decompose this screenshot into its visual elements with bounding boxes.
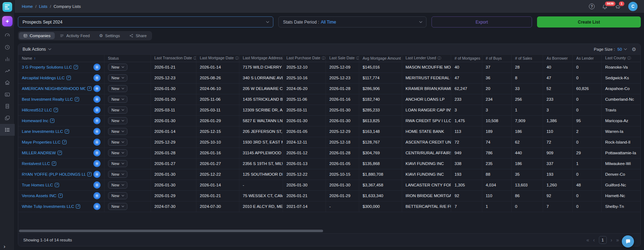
status-dropdown[interactable]: New	[108, 64, 127, 71]
sidebar-item-dashboard[interactable]	[0, 30, 15, 41]
column-header-last-county[interactable]: Last Countyⓘ	[601, 55, 640, 62]
sidebar-item-portfolios[interactable]	[0, 112, 15, 124]
info-icon[interactable]: ⓘ	[627, 56, 631, 60]
company-name-link[interactable]: Hillcrest512 LLC	[22, 108, 52, 112]
info-icon[interactable]: ⓘ	[438, 56, 441, 60]
breadcrumb-home-link[interactable]: Home	[22, 4, 33, 9]
export-button[interactable]: Export	[431, 16, 532, 28]
scrollbar-thumb[interactable]	[19, 230, 323, 232]
breadcrumb-lists-link[interactable]: Lists	[39, 4, 48, 9]
company-name-link[interactable]: MILLER ANDREW	[22, 151, 56, 155]
row-actions-button[interactable]	[93, 96, 101, 103]
row-actions-button[interactable]	[93, 160, 101, 167]
company-name-link[interactable]: True Homes LLC	[22, 183, 53, 187]
status-dropdown[interactable]: New	[108, 74, 127, 81]
external-link-icon[interactable]: ↗	[67, 76, 71, 80]
status-dropdown[interactable]: New	[108, 85, 127, 92]
column-header-last-lender-used[interactable]: Last Lender Usedⓘ	[402, 55, 451, 62]
info-icon[interactable]: ⓘ	[194, 56, 196, 60]
column-header-last-purchase-date[interactable]: Last Purchase Dateⓘ	[283, 55, 326, 62]
row-actions-button[interactable]	[93, 85, 101, 92]
row-actions-button[interactable]	[93, 203, 101, 210]
external-link-icon[interactable]: ↗	[74, 65, 78, 69]
sidebar-item-history[interactable]	[0, 41, 15, 53]
status-dropdown[interactable]: New	[108, 149, 127, 156]
sidebar-item-ai-assistant[interactable]	[0, 15, 15, 30]
sidebar-item-properties[interactable]	[0, 77, 15, 89]
list-selector-dropdown[interactable]: Prospects Sept 2024	[18, 16, 273, 28]
create-list-button[interactable]: Create List	[537, 16, 641, 28]
external-link-icon[interactable]: ↗	[50, 119, 54, 123]
column-header-last-mortgage-date[interactable]: Last Mortgage Dateⓘ	[196, 55, 239, 62]
prev-page-icon[interactable]: ‹	[593, 238, 595, 242]
column-header-of-mortgages[interactable]: # of Mortgages	[451, 55, 482, 62]
bulk-actions-dropdown[interactable]: Bulk Actions	[23, 47, 51, 52]
external-link-icon[interactable]: ↗	[55, 183, 59, 187]
company-name-link[interactable]: RYAN YOFFE (PLP HOLDINGS LLC) (CO)	[22, 172, 86, 176]
company-name-link[interactable]: Lane Investments LLC	[22, 129, 63, 134]
status-dropdown[interactable]: New	[108, 181, 127, 189]
row-actions-button[interactable]	[93, 106, 101, 114]
company-name-link[interactable]: Aircapital Holdings LLC	[22, 76, 65, 80]
status-dropdown[interactable]: New	[108, 117, 127, 124]
external-link-icon[interactable]: ↗	[75, 97, 79, 101]
tab-activity-feed[interactable]: Activity Feed	[55, 32, 94, 39]
row-actions-button[interactable]	[93, 128, 101, 135]
company-name-link[interactable]: Verona Assets INC	[22, 194, 57, 198]
last-page-icon[interactable]: »	[616, 238, 619, 242]
external-link-icon[interactable]: ↗	[58, 194, 63, 198]
help-button[interactable]: ?	[589, 4, 595, 9]
next-page-icon[interactable]: ›	[611, 238, 613, 242]
external-link-icon[interactable]: ↗	[65, 129, 69, 134]
info-icon[interactable]: ⓘ	[322, 56, 325, 60]
chat-widget-button[interactable]	[622, 235, 634, 248]
column-header-last-sale-date[interactable]: Last Sale Dateⓘ	[326, 55, 359, 62]
row-actions-button[interactable]	[93, 149, 101, 156]
status-dropdown[interactable]: New	[108, 96, 127, 103]
external-link-icon[interactable]: ↗	[87, 86, 92, 91]
external-link-icon[interactable]: ↗	[52, 161, 56, 166]
status-dropdown[interactable]: New	[108, 192, 127, 199]
row-actions-button[interactable]	[93, 171, 101, 178]
sidebar-item-companies[interactable]	[0, 100, 15, 112]
external-link-icon[interactable]: ↗	[54, 108, 58, 112]
sidebar-item-bar-chart[interactable]	[0, 53, 15, 65]
column-header-status[interactable]: Status	[104, 55, 151, 62]
announcements-button[interactable]: 1	[615, 4, 621, 10]
column-header-name[interactable]: Name↑	[18, 55, 104, 62]
row-actions-button[interactable]	[93, 117, 101, 124]
status-dropdown[interactable]: New	[108, 128, 127, 135]
status-dropdown[interactable]: New	[108, 171, 127, 178]
sidebar-item-line-chart[interactable]	[0, 65, 15, 77]
column-header-last-mortgage-address[interactable]: Last Mortgage Addressⓘ	[239, 55, 283, 62]
page-size-dropdown[interactable]: Page Size : 50	[594, 47, 627, 51]
sidebar-item-lists[interactable]	[0, 124, 15, 136]
status-dropdown[interactable]: New	[108, 139, 127, 146]
stats-period-dropdown[interactable]: Stats Date Period : All Time	[278, 16, 426, 28]
sidebar-item-contacts[interactable]	[0, 89, 15, 100]
column-header-as-borrower[interactable]: As Borrower	[543, 55, 572, 62]
row-actions-button[interactable]	[93, 74, 101, 81]
notifications-button[interactable]: 5639	[602, 4, 608, 10]
tab-share[interactable]: Share	[125, 32, 151, 39]
company-name-link[interactable]: Maye Properties LLC	[22, 140, 60, 144]
company-name-link[interactable]: Best Investment Realty LLC	[22, 97, 73, 101]
sidebar-expand-chevron[interactable]: ›	[4, 243, 5, 249]
row-actions-button[interactable]	[93, 192, 101, 199]
first-page-icon[interactable]: «	[586, 238, 589, 242]
status-dropdown[interactable]: New	[108, 160, 127, 167]
tab-companies[interactable]: Companies	[19, 32, 55, 39]
current-page-button[interactable]: 1	[599, 236, 607, 244]
company-name-link[interactable]: Homeward Inc	[22, 119, 48, 123]
column-header-of-buys[interactable]: # of Buys	[482, 55, 511, 62]
external-link-icon[interactable]: ↗	[76, 204, 80, 209]
external-link-icon[interactable]: ↗	[62, 140, 67, 144]
company-name-link[interactable]: Rentalvest LLC	[22, 161, 50, 166]
info-icon[interactable]: ⓘ	[356, 56, 359, 60]
column-header-avg-mortgage-amount[interactable]: Avg Mortgage Amount	[359, 55, 402, 62]
column-header-as-lender[interactable]: As Lender	[572, 55, 601, 62]
row-actions-button[interactable]	[93, 64, 101, 71]
row-actions-button[interactable]	[93, 139, 101, 146]
external-link-icon[interactable]: ↗	[58, 151, 62, 155]
company-name-link[interactable]: AMERICAN NEIGHBORHOOD MORTGAGE ACC	[22, 86, 86, 91]
